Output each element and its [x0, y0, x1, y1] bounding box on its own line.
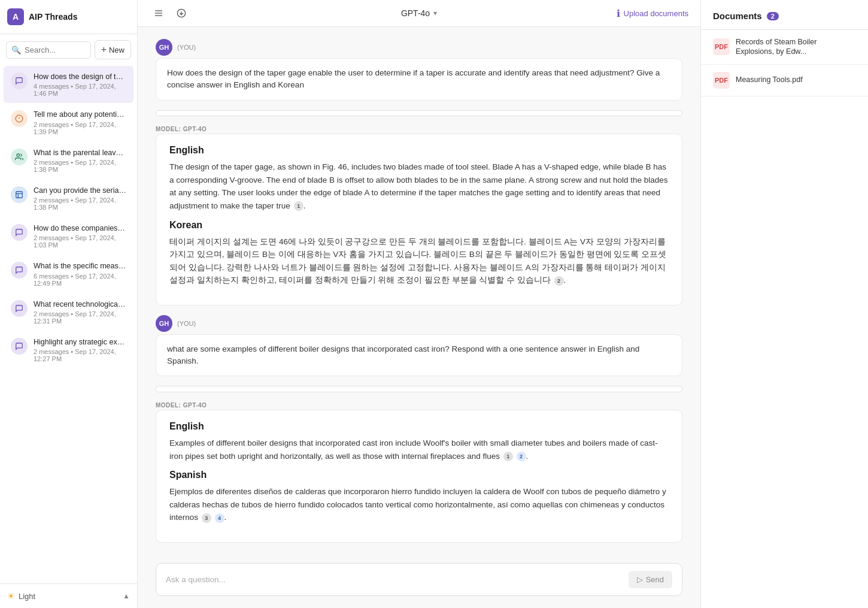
sidebar-header: A AIP Threads — [0, 0, 137, 34]
svg-point-3 — [17, 153, 20, 156]
search-icon: 🔍 — [11, 46, 21, 55]
plus-icon: + — [101, 44, 107, 55]
user-message-block: GH (YOU) How does the design of the tape… — [156, 39, 682, 101]
citation-badge[interactable]: 2 — [554, 276, 564, 286]
thread-item[interactable]: How does the design of the taper ... 4 m… — [4, 66, 133, 103]
search-row: 🔍 + New — [0, 34, 137, 63]
thread-content: Tell me about any potential disr... 2 me… — [34, 110, 126, 135]
thread-name: Tell me about any potential disr... — [34, 110, 126, 119]
thread-meta: 6 messages • Sep 17, 2024, 12:49 PM — [34, 273, 126, 287]
thread-meta: 2 messages • Sep 17, 2024, 1:38 PM — [34, 159, 126, 173]
chat-input[interactable] — [166, 575, 623, 584]
thread-content: Highlight any strategic expansion... 2 m… — [34, 337, 126, 362]
right-panel: Documents 2 PDF Records of Steam Boiler … — [700, 0, 868, 608]
ai-response: English The design of the taper gage, as… — [156, 134, 682, 305]
new-thread-button[interactable]: + New — [95, 40, 131, 59]
thread-meta: 2 messages • Sep 17, 2024, 1:39 PM — [34, 121, 126, 135]
lang-title: English — [169, 421, 669, 432]
thread-meta: 4 messages • Sep 17, 2024, 1:46 PM — [34, 83, 126, 97]
thread-item[interactable]: How do these companies describ... 2 mess… — [4, 217, 133, 255]
search-box[interactable]: 🔍 — [6, 41, 91, 59]
avatar: GH — [156, 315, 172, 332]
doc-name: Records of Steam Boiler Explosions, by E… — [736, 37, 856, 57]
thread-icon — [11, 149, 28, 165]
ai-response: English Examples of different boiler des… — [156, 410, 682, 543]
thread-meta: 2 messages • Sep 17, 2024, 12:31 PM — [34, 310, 126, 325]
thread-item[interactable]: Tell me about any potential disr... 2 me… — [4, 104, 133, 141]
thread-icon — [11, 72, 28, 89]
response-text: Examples of different boiler designs tha… — [169, 437, 669, 462]
model-label: MODEL: GPT-4O — [156, 126, 682, 132]
thread-icon — [11, 262, 28, 279]
thread-name: What is the parental leave policy? — [34, 148, 126, 158]
doc-item[interactable]: PDF Measuring Tools.pdf — [701, 65, 868, 96]
send-button[interactable]: ▷ Send — [629, 571, 672, 588]
thread-meta: 2 messages • Sep 17, 2024, 12:27 PM — [34, 348, 126, 362]
lang-title: English — [169, 145, 669, 156]
thread-content: How do these companies describ... 2 mess… — [34, 223, 126, 249]
docs-count: 2 — [767, 12, 779, 20]
doc-context-panel[interactable]: Document context provided ▾ — [156, 386, 682, 392]
doc-context-header[interactable]: Document context provided ▾ — [156, 386, 682, 392]
thread-icon — [11, 300, 28, 317]
svg-point-8 — [177, 9, 185, 17]
citation-badge[interactable]: 3 — [202, 513, 211, 523]
thread-name: How does the design of the taper ... — [34, 72, 126, 81]
doc-context-panel[interactable]: Document context provided ▾ — [156, 110, 682, 117]
thread-item[interactable]: What is the specific measuremen... 6 mes… — [4, 255, 133, 292]
thread-meta: 2 messages • Sep 17, 2024, 1:03 PM — [34, 234, 126, 249]
footer-chevron-icon: ▲ — [123, 592, 130, 600]
chat-messages: GH (YOU) How does the design of the tape… — [138, 27, 700, 555]
model-selector[interactable]: GPT-4o ▾ — [401, 8, 437, 18]
header-right: ℹ Upload documents — [617, 8, 688, 19]
response-section-english: English Examples of different boiler des… — [169, 421, 669, 462]
docs-title: Documents — [713, 11, 762, 21]
avatar: GH — [156, 39, 172, 56]
thread-name: How do these companies describ... — [34, 223, 126, 233]
sidebar: A AIP Threads 🔍 + New How does the desig… — [0, 0, 138, 608]
doc-context-header[interactable]: Document context provided ▾ — [156, 111, 682, 117]
upload-documents-button[interactable]: ℹ Upload documents — [617, 8, 688, 19]
thread-content: What is the parental leave policy? 2 mes… — [34, 148, 126, 173]
thread-list: How does the design of the taper ... 4 m… — [0, 63, 137, 583]
svg-point-0 — [16, 115, 23, 122]
thread-icon — [11, 224, 28, 241]
thread-item[interactable]: Highlight any strategic expansion... 2 m… — [4, 331, 133, 368]
menu-icon[interactable] — [150, 4, 168, 22]
lang-title: Korean — [169, 220, 669, 231]
user-message-text: what are some examples of different boil… — [156, 334, 682, 377]
thread-item[interactable]: Can you provide the serial numb... 2 mes… — [4, 180, 133, 217]
model-label: MODEL: GPT-4O — [156, 402, 682, 409]
response-text: 테이퍼 게이지의 설계는 도면 46에 나와 있듯이 공구강으로 만든 두 개의… — [169, 235, 669, 287]
user-header: GH (YOU) — [156, 315, 682, 332]
doc-name: Measuring Tools.pdf — [736, 75, 803, 84]
thread-content: How does the design of the taper ... 4 m… — [34, 72, 126, 97]
thread-name: What recent technological advan... — [34, 300, 126, 309]
thread-name: What is the specific measuremen... — [34, 261, 126, 271]
response-section-english: English The design of the taper gage, as… — [169, 145, 669, 212]
you-badge: (YOU) — [177, 320, 196, 327]
user-header: GH (YOU) — [156, 39, 682, 56]
response-section-spanish: Spanish Ejemplos de diferentes diseños d… — [169, 470, 669, 524]
thread-item[interactable]: What is the parental leave policy? 2 mes… — [4, 142, 133, 179]
citation-badge[interactable]: 1 — [294, 201, 304, 211]
model-name: GPT-4o — [401, 8, 430, 18]
citation-badge[interactable]: 4 — [215, 513, 224, 523]
download-icon[interactable] — [172, 4, 190, 22]
app-title: AIP Threads — [29, 12, 77, 22]
chat-input-area: ▷ Send — [138, 555, 700, 608]
thread-item[interactable]: What recent technological advan... 2 mes… — [4, 294, 133, 331]
doc-item[interactable]: PDF Records of Steam Boiler Explosions, … — [701, 30, 868, 65]
search-input[interactable] — [25, 46, 86, 55]
main-chat: GPT-4o ▾ ℹ Upload documents GH (YOU) How… — [138, 0, 700, 608]
citation-badge[interactable]: 2 — [517, 452, 526, 461]
upload-label: Upload documents — [624, 9, 688, 18]
pdf-icon: PDF — [713, 72, 730, 89]
docs-header: Documents 2 — [701, 0, 868, 30]
you-badge: (YOU) — [177, 44, 196, 51]
theme-toggle[interactable]: ☀ Light — [7, 591, 35, 601]
ai-response-block: MODEL: GPT-4O English Examples of differ… — [156, 402, 682, 543]
citation-badge[interactable]: 1 — [503, 452, 513, 461]
send-label: Send — [646, 575, 664, 584]
thread-icon — [11, 338, 28, 355]
